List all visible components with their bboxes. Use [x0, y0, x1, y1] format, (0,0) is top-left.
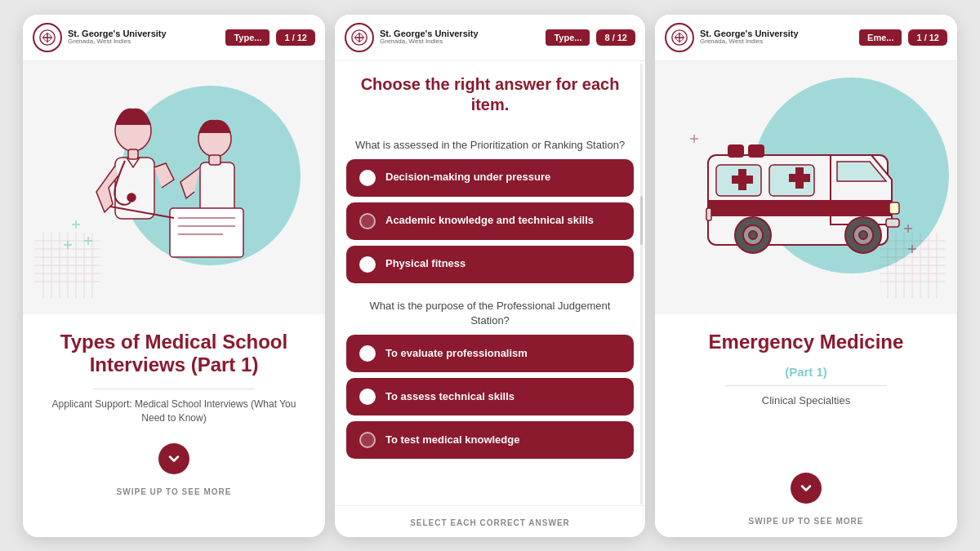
logo-area-3: St. George's University Grenada, West In…: [665, 23, 859, 52]
type-badge-1: Type...: [225, 29, 270, 46]
university-name-3: St. George's University Grenada, West In…: [700, 29, 799, 46]
card-3-header: St. George's University Grenada, West In…: [655, 15, 957, 61]
svg-rect-57: [790, 175, 809, 181]
svg-rect-16: [115, 158, 154, 219]
card-2-header: St. George's University Grenada, West In…: [335, 15, 645, 61]
card-3-content: Emergency Medicine (Part 1) Clinical Spe…: [655, 314, 957, 537]
card-3-title: Emergency Medicine: [709, 331, 904, 354]
question-2-block: What is the purpose of the Professional …: [346, 289, 634, 459]
logo-area: St. George's University Grenada, West In…: [33, 23, 225, 52]
card-1-content: Types of Medical School Interviews (Part…: [23, 314, 325, 537]
question-1-block: What is assessed in the Prioritization o…: [346, 128, 634, 283]
logo-icon: [33, 23, 62, 52]
svg-rect-68: [706, 208, 711, 220]
logo-icon-3: [665, 23, 694, 52]
answer-label-2-3: To test medical knowledge: [385, 433, 519, 447]
type-badge-3: Eme...: [859, 29, 902, 46]
svg-rect-22: [170, 208, 243, 257]
type-badge-2: Type...: [546, 29, 590, 46]
illustration-area-1: [23, 61, 325, 314]
answer-label-1-2: Academic knowledge and technical skills: [385, 214, 594, 228]
svg-rect-65: [749, 145, 764, 157]
card-3-category: Clinical Specialties: [762, 394, 850, 407]
radio-2-1: [359, 345, 376, 362]
divider-1: [93, 389, 255, 389]
svg-rect-66: [886, 219, 899, 227]
card-3: St. George's University Grenada, West In…: [655, 15, 957, 537]
radio-2-3: [359, 432, 376, 448]
svg-rect-21: [209, 155, 220, 165]
quiz-body[interactable]: What is assessed in the Prioritization o…: [335, 128, 645, 505]
radio-1-2: [359, 213, 376, 229]
answer-label-1-3: Physical fitness: [385, 257, 466, 271]
divider-3: [725, 385, 887, 386]
illustration-area-3: [655, 61, 957, 314]
uni-subtitle: Grenada, West Indies: [68, 38, 167, 46]
card-1-subtitle: Applicant Support: Medical School Interv…: [39, 398, 309, 425]
university-name: St. George's University Grenada, West In…: [68, 29, 167, 46]
select-text: SELECT EACH CORRECT ANSWER: [410, 518, 570, 527]
card-1-title: Types of Medical School Interviews (Part…: [39, 331, 309, 378]
card-1-header: St. George's University Grenada, West In…: [23, 15, 325, 61]
quiz-footer: SELECT EACH CORRECT ANSWER: [335, 505, 645, 537]
answer-2-3[interactable]: To test medical knowledge: [346, 421, 634, 459]
page-badge-3: 1 / 12: [908, 29, 947, 46]
chevron-down-button-1[interactable]: [158, 443, 189, 474]
swipe-text-3: SWIPE UP TO SEE MORE: [749, 517, 864, 526]
answer-1-1[interactable]: Decision-making under pressure: [346, 159, 634, 197]
scroll-thumb: [640, 196, 643, 245]
svg-rect-55: [733, 176, 752, 183]
uni-subtitle-2: Grenada, West Indies: [380, 38, 479, 46]
swipe-text-1: SWIPE UP TO SEE MORE: [117, 487, 232, 496]
radio-1-1: [359, 170, 376, 186]
svg-rect-64: [728, 145, 743, 157]
chevron-down-button-3[interactable]: [791, 473, 822, 504]
answer-label-2-1: To evaluate professionalism: [385, 347, 528, 361]
card-1: St. George's University Grenada, West In…: [23, 15, 325, 537]
answer-2-2[interactable]: To assess technical skills: [346, 378, 634, 415]
card-3-subtitle: (Part 1): [785, 365, 827, 379]
university-name-2: St. George's University Grenada, West In…: [380, 29, 479, 46]
svg-point-17: [127, 193, 136, 202]
svg-point-60: [749, 231, 757, 239]
logo-icon-2: [345, 23, 374, 52]
logo-area-2: St. George's University Grenada, West In…: [345, 23, 546, 52]
ambulance-illustration: [684, 98, 929, 278]
svg-rect-67: [889, 202, 899, 214]
answer-label-2-2: To assess technical skills: [385, 390, 514, 404]
svg-rect-53: [708, 200, 892, 216]
scroll-indicator: [640, 64, 643, 504]
quiz-instruction: Choose the right answer for each item.: [335, 61, 645, 128]
answer-1-2[interactable]: Academic knowledge and technical skills: [346, 202, 634, 240]
doctor-patient-illustration: [60, 86, 288, 290]
quiz-instruction-text: Choose the right answer for each item.: [351, 74, 629, 115]
radio-2-2: [359, 389, 376, 405]
answer-label-1-1: Decision-making under pressure: [385, 171, 550, 184]
page-badge-2: 8 / 12: [596, 29, 635, 46]
svg-point-63: [859, 231, 867, 239]
card-2: St. George's University Grenada, West In…: [335, 15, 645, 537]
answer-1-3[interactable]: Physical fitness: [346, 246, 634, 283]
page-badge-1: 1 / 12: [276, 29, 315, 46]
radio-1-3: [359, 256, 376, 273]
uni-subtitle-3: Grenada, West Indies: [700, 38, 799, 46]
question-2-text: What is the purpose of the Professional …: [346, 289, 634, 335]
question-1-text: What is assessed in the Prioritization o…: [346, 128, 634, 159]
answer-2-1[interactable]: To evaluate professionalism: [346, 335, 634, 372]
svg-rect-18: [128, 149, 138, 159]
